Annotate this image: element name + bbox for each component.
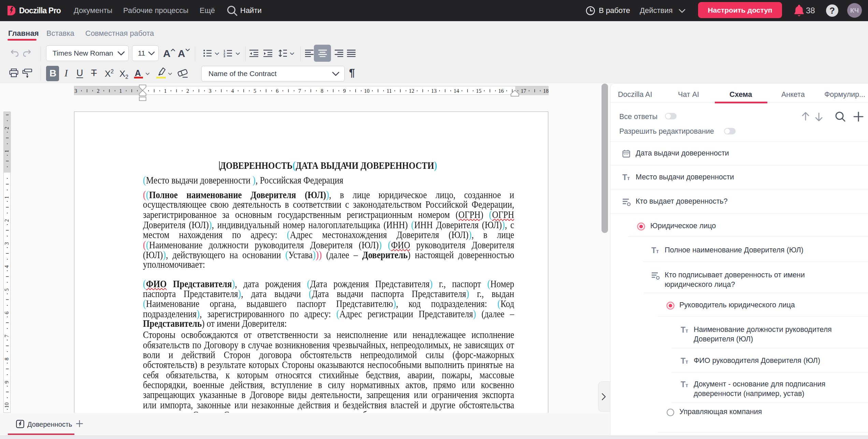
svg-text:3: 3	[209, 88, 212, 94]
svg-text:5: 5	[4, 289, 10, 291]
svg-text:9: 9	[4, 381, 10, 383]
svg-text:2: 2	[4, 219, 10, 222]
svg-text:5: 5	[254, 88, 256, 94]
svg-text:11: 11	[387, 88, 392, 94]
svg-text:16: 16	[498, 88, 504, 94]
svg-text:13: 13	[431, 88, 437, 94]
svg-text:3: 3	[4, 242, 10, 245]
svg-text:3: 3	[74, 88, 77, 94]
svg-text:2: 2	[4, 127, 10, 130]
svg-text:1: 1	[119, 88, 122, 94]
svg-text:1: 1	[164, 88, 167, 94]
svg-text:17: 17	[521, 88, 526, 94]
svg-text:8: 8	[4, 358, 10, 361]
svg-text:1: 1	[4, 196, 10, 199]
svg-text:14: 14	[453, 88, 459, 94]
svg-text:12: 12	[409, 88, 414, 94]
svg-text:15: 15	[476, 88, 481, 94]
svg-text:18: 18	[543, 88, 549, 94]
svg-text:4: 4	[231, 88, 234, 94]
svg-text:2: 2	[97, 88, 100, 94]
svg-text:8: 8	[321, 88, 323, 94]
svg-text:6: 6	[276, 88, 279, 94]
svg-text:1: 1	[4, 150, 10, 152]
svg-text:3: 3	[223, 55, 225, 57]
svg-text:7: 7	[298, 88, 301, 94]
svg-text:9: 9	[343, 88, 346, 94]
svg-text:4: 4	[4, 265, 10, 268]
svg-text:2: 2	[186, 88, 189, 94]
svg-text:7: 7	[4, 335, 10, 337]
svg-text:10: 10	[364, 88, 370, 94]
svg-text:10: 10	[4, 403, 10, 408]
svg-text:6: 6	[4, 311, 10, 314]
